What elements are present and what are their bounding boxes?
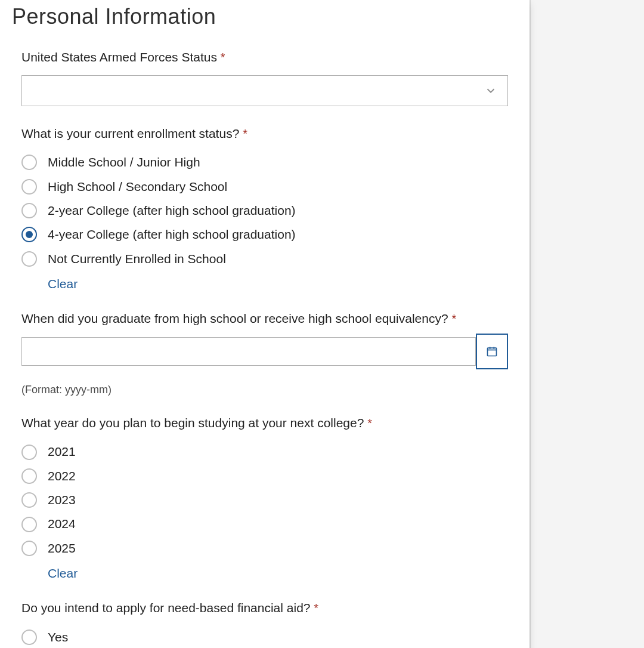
radio-label: High School / Secondary School [48,178,227,195]
hs-grad-date-row [21,337,508,369]
armed-forces-select[interactable] [21,75,508,106]
required-mark: * [451,312,456,325]
required-mark: * [221,51,225,64]
radio-row: 2022 [21,464,508,488]
enrollment-label-text: What is your current enrollment status? [21,126,239,140]
radio-button[interactable] [21,630,37,645]
armed-forces-label-text: United States Armed Forces Status [21,50,217,64]
hs-grad-label: When did you graduate from high school o… [21,310,508,327]
form-body: United States Armed Forces Status * What… [0,41,530,648]
radio-label: 2022 [48,468,76,485]
radio-row: 2-year College (after high school gradua… [21,199,508,223]
radio-button[interactable] [21,179,37,195]
page-header: Personal Information [0,0,530,41]
required-mark: * [367,416,372,430]
radio-row: Middle School / Junior High [21,150,508,174]
field-start-year: What year do you plan to begin studying … [21,415,508,582]
radio-button[interactable] [21,517,37,532]
radio-row: 4-year College (after high school gradua… [21,223,508,246]
calendar-icon [486,345,498,357]
required-mark: * [314,601,318,615]
fin-aid-label-text: Do you intend to apply for need-based fi… [21,601,311,615]
radio-label: 2025 [48,540,76,557]
radio-label: 2-year College (after high school gradua… [48,202,296,219]
radio-label: Yes [48,629,68,646]
enrollment-clear-link[interactable]: Clear [48,276,78,292]
radio-row: High School / Secondary School [21,175,508,199]
enrollment-radio-group: Middle School / Junior HighHigh School /… [21,150,508,271]
radio-row: Yes [21,625,508,648]
side-panel [530,0,644,648]
page-title: Personal Information [12,0,518,32]
radio-row: Not Currently Enrolled in School [21,247,508,271]
hs-grad-label-text: When did you graduate from high school o… [21,311,448,325]
fin-aid-radio-group: YesNo [21,625,508,648]
radio-button[interactable] [21,468,37,484]
radio-label: 2023 [48,492,76,508]
radio-label: Not Currently Enrolled in School [48,251,226,267]
radio-button[interactable] [21,251,37,267]
radio-row: 2023 [21,488,508,512]
enrollment-label: What is your current enrollment status? … [21,125,508,142]
start-year-label-text: What year do you plan to begin studying … [21,416,364,430]
armed-forces-select-wrap [21,75,508,106]
radio-button[interactable] [21,445,37,460]
svg-rect-0 [488,348,497,356]
start-year-label: What year do you plan to begin studying … [21,415,508,431]
armed-forces-label: United States Armed Forces Status * [21,49,508,66]
field-enrollment: What is your current enrollment status? … [21,125,508,292]
radio-row: 2024 [21,512,508,536]
main-panel: Personal Information United States Armed… [0,0,530,648]
radio-label: Middle School / Junior High [48,154,200,171]
radio-label: 2021 [48,443,76,460]
radio-row: 2025 [21,536,508,560]
radio-label: 2024 [48,516,76,532]
date-picker-button[interactable] [476,334,508,369]
hs-grad-hint: (Format: yyyy-mm) [21,382,508,397]
fin-aid-label: Do you intend to apply for need-based fi… [21,600,508,616]
radio-button[interactable] [21,492,37,508]
radio-button[interactable] [21,227,37,242]
field-fin-aid: Do you intend to apply for need-based fi… [21,600,508,648]
field-hs-grad: When did you graduate from high school o… [21,310,508,397]
radio-button[interactable] [21,203,37,218]
start-year-clear-link[interactable]: Clear [48,565,78,582]
radio-row: 2021 [21,440,508,464]
field-armed-forces: United States Armed Forces Status * [21,49,508,106]
radio-button[interactable] [21,155,37,170]
radio-button[interactable] [21,541,37,556]
required-mark: * [243,127,247,140]
radio-label: 4-year College (after high school gradua… [48,226,296,243]
hs-grad-input[interactable] [21,337,476,366]
start-year-radio-group: 20212022202320242025 [21,440,508,560]
